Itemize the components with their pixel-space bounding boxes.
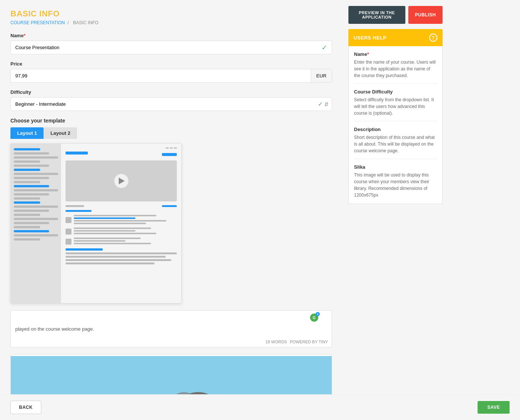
mock-line: [14, 197, 40, 200]
mock-line: [74, 228, 151, 229]
mock-line: [14, 152, 49, 155]
title-prefix: BASIC: [10, 9, 39, 18]
difficulty-select[interactable]: Beginner Beginner - Intermediate Interme…: [11, 98, 318, 111]
mock-line: [14, 193, 49, 195]
mock-line: [74, 220, 166, 222]
users-help-title: USERS HELP: [354, 35, 386, 41]
grammarly-badge: G 2: [310, 314, 318, 322]
mock-line: [66, 252, 177, 254]
mock-line: [14, 230, 49, 232]
name-check-icon: ✓: [322, 44, 327, 52]
mock-line: [14, 148, 40, 150]
mock-line: [14, 165, 49, 167]
preview-list-lines: [74, 215, 177, 225]
mock-line: [14, 222, 49, 224]
difficulty-label: Difficulty: [10, 89, 332, 95]
price-currency: EUR: [311, 69, 332, 82]
mock-line: [14, 226, 40, 228]
mock-line: [14, 156, 58, 159]
mock-line: [162, 205, 177, 207]
save-button[interactable]: SAVE: [478, 401, 510, 414]
publish-button[interactable]: PUBLISH: [408, 6, 443, 24]
preview-list-lines: [74, 228, 177, 235]
word-count: 19 WORDS: [265, 340, 287, 344]
template-section: Choose your template Layout 1 Layout 2: [10, 118, 332, 303]
description-area: G 2 19 WORDS POWERED BY TINY played on t…: [10, 310, 332, 347]
mock-line: [74, 215, 156, 216]
mock-line: [14, 177, 49, 179]
mock-line: [14, 181, 40, 183]
difficulty-check-icon: ✓: [318, 101, 323, 108]
page-title: BASIC INFO: [10, 9, 332, 19]
help-section-description-title: Description: [354, 127, 437, 132]
help-question-icon[interactable]: ?: [429, 34, 437, 42]
mock-line: [66, 248, 103, 251]
breadcrumb-separator: /: [68, 20, 69, 25]
play-button: [114, 174, 128, 188]
help-section-difficulty: Course Difficulty Select difficulty from…: [354, 89, 437, 121]
layout-tabs: Layout 1 Layout 2: [10, 127, 332, 139]
preview-bottom-section: [66, 248, 177, 264]
mock-line: [14, 218, 58, 220]
mock-line: [14, 160, 40, 163]
mock-line: [14, 210, 49, 212]
top-buttons: PREVIEW IN THE APPLICATION PUBLISH: [348, 6, 443, 24]
mock-line: [74, 240, 125, 242]
mock-line: [14, 173, 58, 175]
price-field-group: Price EUR: [10, 61, 332, 83]
mock-line: [14, 238, 40, 241]
word-count-area: 19 WORDS POWERED BY TINY: [265, 340, 328, 344]
mock-line: [74, 217, 135, 219]
preview-left-nav: [11, 144, 61, 303]
back-button[interactable]: BACK: [10, 401, 41, 414]
breadcrumb-link[interactable]: COURSE PRESENTATION: [10, 20, 65, 25]
mock-line: [66, 205, 84, 207]
layout2-tab[interactable]: Layout 2: [44, 127, 77, 139]
mock-line: [66, 210, 92, 212]
grammarly-area: G 2: [310, 314, 318, 322]
name-input-wrapper: ✓: [10, 41, 332, 54]
sidebar: PREVIEW IN THE APPLICATION PUBLISH USERS…: [342, 0, 449, 420]
help-section-name: Name* Enter the name of your course. Use…: [354, 51, 437, 84]
description-field-group: G 2 19 WORDS POWERED BY TINY played on t…: [10, 310, 332, 347]
preview-list-icon: [66, 239, 71, 245]
mock-line: [14, 201, 40, 204]
title-suffix: INFO: [39, 9, 60, 18]
mock-line: [14, 185, 49, 187]
mock-line: [74, 223, 146, 224]
play-arrow-icon: [119, 178, 125, 184]
mock-line: [66, 256, 166, 258]
preview-button[interactable]: PREVIEW IN THE APPLICATION: [348, 6, 405, 24]
help-content: Name* Enter the name of your course. Use…: [348, 46, 443, 204]
mock-line: [14, 214, 40, 216]
difficulty-field-group: Difficulty Beginner Beginner - Intermedi…: [10, 89, 332, 111]
template-title: Choose your template: [10, 118, 332, 124]
preview-right-content: [61, 144, 181, 303]
preview-list-icon: [66, 217, 71, 223]
difficulty-icons: ✓ ⇵: [318, 101, 332, 108]
name-field-group: Name* ✓: [10, 33, 332, 54]
powered-by: POWERED BY TINY: [290, 340, 328, 344]
mock-line: [74, 238, 141, 239]
preview-blue-title: [66, 152, 88, 155]
difficulty-arrow-icon: ⇵: [324, 101, 329, 107]
name-label: Name*: [10, 33, 332, 38]
layout-preview: [10, 143, 182, 303]
mock-line: [14, 189, 58, 191]
description-content: played on the course welcome page.: [15, 326, 309, 332]
help-section-slika-text: This image will be used to display this …: [354, 172, 437, 198]
name-input[interactable]: [11, 41, 332, 54]
help-section-slika-title: Slika: [354, 164, 437, 170]
layout1-tab[interactable]: Layout 1: [10, 127, 44, 139]
breadcrumb: COURSE PRESENTATION / BASIC INFO: [10, 20, 332, 25]
preview-video-box: [66, 160, 177, 201]
help-section-description: Description Short description of this co…: [354, 127, 437, 159]
price-input[interactable]: [11, 69, 311, 82]
preview-list-row: [66, 238, 177, 245]
mock-line: [74, 233, 156, 234]
preview-list-row: [66, 215, 177, 225]
help-section-slika: Slika This image will be used to display…: [354, 164, 437, 198]
help-section-difficulty-title: Course Difficulty: [354, 89, 437, 95]
preview-list-icon: [66, 229, 71, 235]
mock-line: [74, 230, 135, 232]
